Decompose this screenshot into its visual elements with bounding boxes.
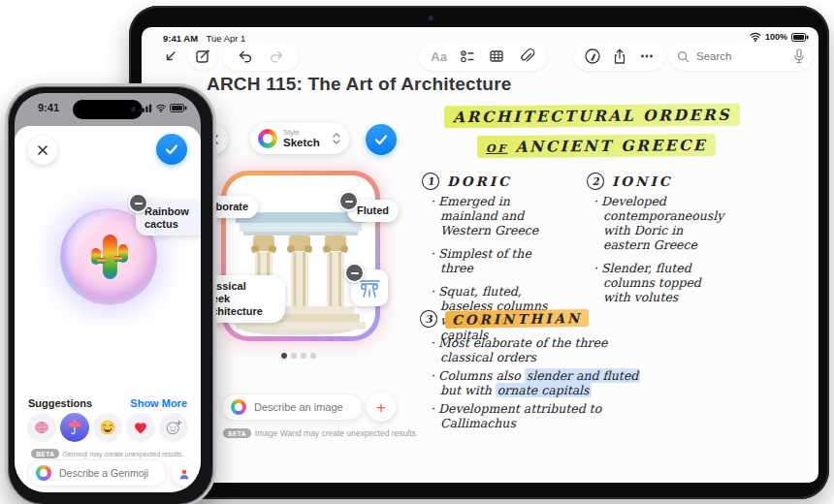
add-emoji-icon[interactable] — [159, 413, 188, 442]
plus-icon: + — [376, 399, 386, 416]
accept-image-button[interactable] — [366, 124, 397, 155]
style-picker[interactable]: Style Sketch — [250, 123, 349, 154]
beta-badge: BETA — [223, 428, 251, 438]
compose-icon — [194, 47, 211, 65]
battery-icon — [170, 104, 187, 112]
markup-icon[interactable] — [584, 47, 601, 65]
suggestion-row — [27, 413, 188, 442]
tag-rainbow-cactus[interactable]: Rainbow cactus — [136, 201, 201, 236]
describe-image-field[interactable] — [221, 394, 363, 421]
table-icon[interactable] — [488, 47, 505, 65]
more-icon[interactable] — [638, 47, 656, 65]
ipad-device: 9:41 AM Tue Apr 1 100% Aa — [129, 6, 829, 499]
battery-icon — [791, 33, 809, 42]
redo-button[interactable] — [268, 47, 285, 65]
show-more-link[interactable]: Show More — [130, 397, 187, 409]
ionic-notes: ·Developed contemporaneously with Doric … — [593, 194, 758, 304]
ionic-heading: 2IONIC — [587, 173, 672, 190]
doric-heading: 1DORIC — [422, 173, 512, 190]
beta-badge: BETA — [31, 449, 59, 458]
ipad-camera — [429, 16, 433, 20]
add-prompt-button[interactable]: + — [367, 393, 396, 422]
tag-fluted[interactable]: Fluted — [347, 200, 399, 222]
ai-flower-icon — [36, 465, 51, 481]
heart-emoji[interactable] — [126, 413, 155, 442]
search-input[interactable] — [694, 49, 788, 63]
style-label: Style — [283, 129, 326, 137]
brain-emoji[interactable] — [27, 413, 56, 442]
genmoji-accept-button[interactable] — [156, 134, 187, 165]
rainbow-cactus-genmoji — [88, 231, 131, 283]
close-icon — [37, 144, 48, 156]
corinthian-notes: ·Most elaborate of the three classical o… — [431, 335, 760, 430]
dynamic-island — [73, 100, 143, 119]
collapse-icon[interactable] — [161, 48, 178, 66]
style-wheel-icon — [258, 129, 277, 148]
attachment-icon[interactable] — [518, 47, 535, 65]
ipad-screen: 9:41 AM Tue Apr 1 100% Aa — [142, 27, 818, 483]
minus-icon[interactable] — [128, 193, 148, 213]
search-icon — [677, 50, 690, 63]
genmoji-beta-note: BETA Genmoji may create unexpected resul… — [15, 449, 201, 458]
ai-flower-icon — [231, 399, 246, 415]
describe-image-input[interactable] — [252, 400, 353, 414]
iphone-device: 9:41 Rainbow cactus — [5, 83, 216, 504]
image-pagination-dots[interactable] — [281, 353, 316, 359]
page-title: ARCH 115: The Art of Architecture — [207, 74, 512, 95]
minus-icon[interactable] — [344, 263, 365, 283]
compose-button[interactable] — [188, 42, 217, 71]
chevron-up-down-icon — [332, 131, 341, 146]
minus-icon[interactable] — [338, 191, 359, 211]
suggestions-label: Suggestions — [28, 397, 92, 409]
checkmark-icon — [165, 143, 178, 155]
describe-genmoji-field[interactable] — [27, 459, 167, 487]
notes-heading-line2: OFANCIENT GREECE — [477, 135, 716, 157]
column-sketch-thumbnail[interactable] — [351, 269, 388, 306]
iphone-status-bar: 9:41 — [15, 99, 201, 116]
checkmark-icon — [374, 134, 388, 145]
style-value: Sketch — [283, 138, 326, 149]
people-button[interactable] — [172, 461, 196, 486]
notes-heading-line1: ARCHITECTURAL ORDERS — [444, 105, 740, 127]
signal-icon — [139, 104, 152, 112]
iphone-status-time: 9:41 — [38, 102, 59, 113]
umbrella-emoji[interactable] — [60, 413, 89, 442]
describe-genmoji-input[interactable] — [57, 466, 158, 480]
search-field[interactable] — [669, 42, 813, 71]
corinthian-heading: 3CORINTHIAN — [420, 310, 589, 328]
undo-button[interactable] — [237, 47, 254, 65]
text-format-button[interactable]: Aa — [431, 49, 447, 64]
ipad-status-time: 9:41 AM — [163, 33, 198, 44]
front-camera — [131, 107, 136, 111]
iphone-screen: 9:41 Rainbow cactus — [15, 93, 201, 492]
image-wand-beta-note: BETA Image Wand may create unexpected re… — [223, 428, 418, 438]
ipad-battery-percent: 100% — [765, 32, 787, 42]
genmoji-close-button[interactable] — [28, 136, 57, 165]
checklist-icon[interactable] — [459, 47, 476, 65]
mic-icon[interactable] — [793, 48, 805, 64]
wifi-icon — [155, 104, 167, 112]
laughing-emoji[interactable] — [93, 413, 122, 442]
wifi-icon — [750, 32, 761, 42]
share-icon[interactable] — [611, 47, 628, 65]
person-icon — [177, 467, 191, 481]
